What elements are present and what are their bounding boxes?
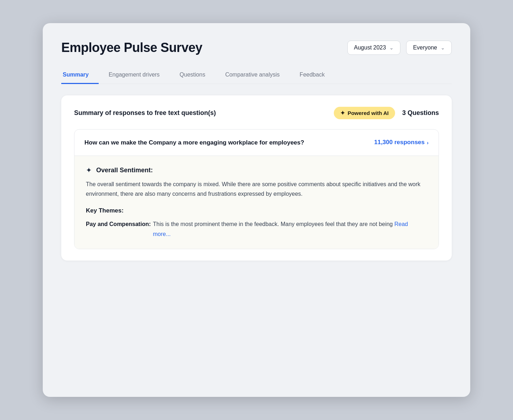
audience-dropdown[interactable]: Everyone ⌄ bbox=[406, 41, 452, 55]
sparkle-icon: ✦ bbox=[86, 166, 92, 174]
sentiment-title: Overall Sentiment: bbox=[96, 167, 153, 174]
date-dropdown-chevron-icon: ⌄ bbox=[389, 45, 394, 51]
ai-badge-label: Powered with AI bbox=[348, 110, 389, 116]
sentiment-text: The overall sentiment towards the compan… bbox=[86, 179, 427, 199]
main-card: Employee Pulse Survey August 2023 ⌄ Ever… bbox=[43, 23, 470, 397]
page-title: Employee Pulse Survey bbox=[61, 40, 202, 55]
responses-count: 11,300 responses bbox=[374, 139, 425, 146]
tab-engagement-drivers[interactable]: Engagement drivers bbox=[99, 67, 170, 84]
question-header: How can we make the Company a more engag… bbox=[74, 130, 439, 156]
main-content: Summary of responses to free text questi… bbox=[61, 95, 452, 261]
theme-text: This is the most prominent theme in the … bbox=[153, 219, 427, 238]
section-title: Summary of responses to free text questi… bbox=[74, 109, 327, 117]
ai-content: ✦ Overall Sentiment: The overall sentime… bbox=[74, 156, 439, 249]
question-text: How can we make the Company a more engag… bbox=[84, 138, 304, 147]
sentiment-header: ✦ Overall Sentiment: bbox=[86, 166, 427, 174]
date-dropdown-label: August 2023 bbox=[354, 44, 386, 51]
responses-chevron-icon: › bbox=[427, 140, 429, 146]
page-header: Employee Pulse Survey August 2023 ⌄ Ever… bbox=[61, 40, 452, 55]
theme-label: Pay and Compensation: bbox=[86, 219, 151, 238]
responses-link[interactable]: 11,300 responses › bbox=[374, 139, 429, 146]
theme-row: Pay and Compensation: This is the most p… bbox=[86, 219, 427, 238]
tab-feedback[interactable]: Feedback bbox=[290, 67, 335, 84]
header-controls: August 2023 ⌄ Everyone ⌄ bbox=[347, 41, 452, 55]
key-themes-title: Key Themes: bbox=[86, 207, 427, 214]
ai-badge: ✦ Powered with AI bbox=[334, 107, 395, 119]
tab-summary[interactable]: Summary bbox=[61, 67, 99, 84]
audience-dropdown-chevron-icon: ⌄ bbox=[441, 45, 445, 51]
tab-nav: Summary Engagement drivers Questions Com… bbox=[61, 67, 452, 84]
questions-count: 3 Questions bbox=[402, 109, 439, 117]
question-card: How can we make the Company a more engag… bbox=[74, 129, 439, 249]
tab-comparative-analysis[interactable]: Comparative analysis bbox=[215, 67, 290, 84]
audience-dropdown-label: Everyone bbox=[413, 44, 437, 51]
tab-questions[interactable]: Questions bbox=[170, 67, 215, 84]
date-dropdown[interactable]: August 2023 ⌄ bbox=[347, 41, 401, 55]
section-header: Summary of responses to free text questi… bbox=[74, 107, 439, 119]
sparkle-badge-icon: ✦ bbox=[340, 110, 345, 116]
